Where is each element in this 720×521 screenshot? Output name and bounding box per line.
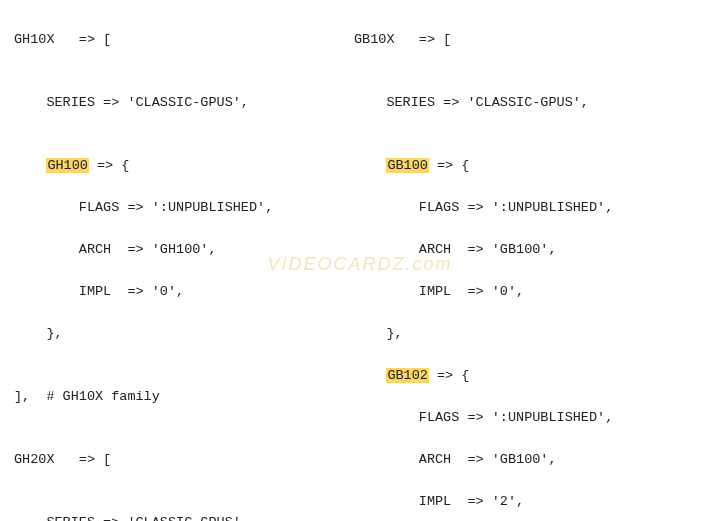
code-line: GB10X => [ <box>354 29 712 50</box>
code-line: ], # GH10X family <box>14 386 354 407</box>
code-line: }, <box>354 323 712 344</box>
highlight-gh100: GH100 <box>46 158 89 173</box>
code-line: ARCH => 'GB100', <box>354 239 712 260</box>
code-line: GH100 => { <box>14 155 354 176</box>
code-line: IMPL => '0', <box>354 281 712 302</box>
code-line: ARCH => 'GB100', <box>354 449 712 470</box>
code-text <box>354 368 386 383</box>
code-line: SERIES => 'CLASSIC-GPUS', <box>14 92 354 113</box>
code-line: ARCH => 'GH100', <box>14 239 354 260</box>
code-line: GB102 => { <box>354 365 712 386</box>
code-line: FLAGS => ':UNPUBLISHED', <box>354 407 712 428</box>
code-line: GH20X => [ <box>14 449 354 470</box>
code-columns: GH10X => [ SERIES => 'CLASSIC-GPUS', GH1… <box>0 0 720 521</box>
code-left-column: GH10X => [ SERIES => 'CLASSIC-GPUS', GH1… <box>14 8 354 521</box>
code-text <box>14 158 46 173</box>
code-text: => { <box>429 368 470 383</box>
highlight-gb102: GB102 <box>386 368 429 383</box>
code-line: IMPL => '0', <box>14 281 354 302</box>
code-text: => { <box>89 158 130 173</box>
code-text <box>354 158 386 173</box>
code-line: FLAGS => ':UNPUBLISHED', <box>354 197 712 218</box>
code-line: }, <box>14 323 354 344</box>
code-line: SERIES => 'CLASSIC-GPUS', <box>14 512 354 521</box>
highlight-gb100: GB100 <box>386 158 429 173</box>
code-line: GB100 => { <box>354 155 712 176</box>
code-right-column: GB10X => [ SERIES => 'CLASSIC-GPUS', GB1… <box>354 8 712 521</box>
code-text: => { <box>429 158 470 173</box>
code-line: GH10X => [ <box>14 29 354 50</box>
code-line: FLAGS => ':UNPUBLISHED', <box>14 197 354 218</box>
code-line: IMPL => '2', <box>354 491 712 512</box>
code-line: SERIES => 'CLASSIC-GPUS', <box>354 92 712 113</box>
